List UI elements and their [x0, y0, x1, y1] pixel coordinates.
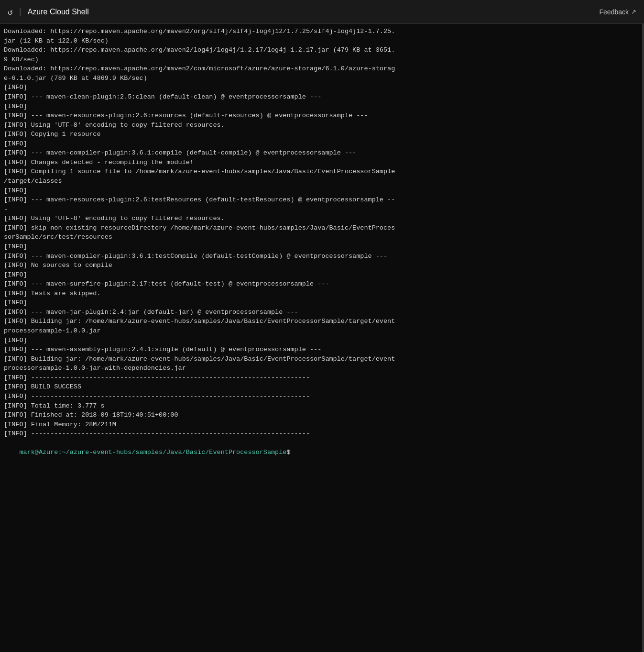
terminal-output: Downloaded: https://repo.maven.apache.or…: [4, 27, 638, 439]
feedback-button[interactable]: Feedback ↗: [600, 8, 636, 16]
terminal-area[interactable]: Downloaded: https://repo.maven.apache.or…: [0, 24, 644, 652]
divider: |: [18, 7, 23, 17]
external-link-icon: ↗: [631, 8, 636, 15]
refresh-icon[interactable]: ↺: [8, 7, 13, 17]
topbar: ↺ | Azure Cloud Shell Feedback ↗: [0, 0, 644, 24]
terminal-prompt-line: mark@Azure:~/azure-event-hubs/samples/Ja…: [4, 439, 638, 467]
topbar-left: ↺ | Azure Cloud Shell: [8, 7, 89, 17]
feedback-label: Feedback: [600, 8, 629, 16]
prompt-path: mark@Azure:~/azure-event-hubs/samples/Ja…: [19, 449, 286, 456]
app-title: Azure Cloud Shell: [28, 8, 89, 16]
prompt-symbol: $: [286, 449, 290, 456]
